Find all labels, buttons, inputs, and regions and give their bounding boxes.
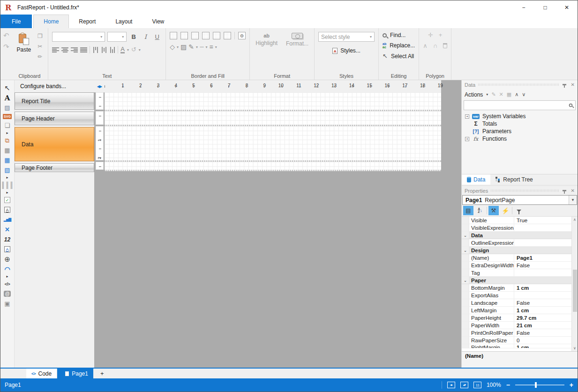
property-row[interactable]: ⌄ Visible True: [462, 217, 571, 224]
valign-top-icon[interactable]: [92, 47, 98, 53]
shape-more-icon[interactable]: ▸: [0, 130, 14, 136]
cut-icon[interactable]: ✂: [36, 42, 44, 51]
property-value[interactable]: False: [514, 263, 571, 268]
advanced-matrix-icon[interactable]: ▧: [0, 165, 14, 175]
property-row[interactable]: ⌄ Design: [462, 247, 571, 254]
property-row[interactable]: ⌄ Tag: [462, 269, 571, 277]
panel-drag-handle[interactable]: [478, 83, 559, 86]
ribbon-tab[interactable]: Layout: [105, 15, 142, 28]
polygon-add-point-icon[interactable]: +: [439, 32, 443, 38]
chevron-down-icon[interactable]: ▼: [569, 196, 577, 204]
align-center-icon[interactable]: [61, 47, 68, 53]
format-painter-icon[interactable]: ✏: [36, 53, 44, 61]
panel-drag-handle[interactable]: [491, 189, 559, 192]
highlight-button[interactable]: ab Highlight: [254, 32, 279, 47]
property-value[interactable]: Page1: [514, 255, 571, 261]
properties-view-button[interactable]: ⚒: [488, 206, 499, 215]
picture-object-icon[interactable]: ▨: [0, 103, 14, 113]
ribbon-tab[interactable]: Report: [69, 15, 105, 28]
select-all-button[interactable]: ↖ Select All: [383, 53, 415, 60]
property-value[interactable]: False: [514, 330, 571, 336]
expand-icon[interactable]: +: [465, 114, 469, 119]
property-grid-scrollbar[interactable]: ∧ ∨: [571, 217, 578, 351]
property-value[interactable]: 21 cm: [514, 323, 571, 328]
view-data-icon[interactable]: ▦: [507, 91, 511, 98]
tree-item[interactable]: + fx Functions: [462, 135, 578, 143]
property-value[interactable]: 1 cm: [514, 344, 571, 348]
chevron-down-icon[interactable]: ▾: [486, 92, 488, 97]
property-row[interactable]: ⌄ RightMargin 1 cm: [462, 344, 571, 348]
tree-item[interactable]: + var System Variables: [462, 113, 578, 120]
property-row[interactable]: ⌄ RawPaperSize 0: [462, 337, 571, 344]
search-input[interactable]: [466, 102, 569, 109]
property-row[interactable]: ⌄ (Name) Page1: [462, 254, 571, 262]
matrix-object-icon[interactable]: ▦: [0, 145, 14, 155]
property-value[interactable]: False: [514, 300, 571, 306]
ribbon-tab[interactable]: View: [142, 15, 174, 28]
property-value[interactable]: True: [514, 218, 571, 223]
replace-button[interactable]: abac Replace...: [383, 42, 415, 49]
select-tool-icon[interactable]: ↖: [0, 83, 14, 93]
valign-bottom-icon[interactable]: [109, 47, 115, 53]
border-right-icon[interactable]: [224, 32, 231, 39]
bold-button[interactable]: B: [129, 32, 138, 42]
valign-middle-icon[interactable]: [101, 47, 107, 53]
property-row[interactable]: ⌄ BottomMargin 1 cm: [462, 284, 571, 292]
report-title-band-canvas[interactable]: [105, 92, 441, 110]
zoom-in-button[interactable]: +: [570, 381, 573, 389]
map-object-icon[interactable]: ⊕: [0, 254, 14, 264]
expand-icon[interactable]: +: [465, 137, 469, 141]
align-justify-icon[interactable]: [80, 47, 87, 53]
new-data-source-icon[interactable]: ✎: [491, 91, 495, 98]
scrollbar-thumb[interactable]: [573, 270, 577, 312]
zoom-slider-thumb[interactable]: [535, 382, 537, 388]
page-header-band-canvas[interactable]: [105, 111, 441, 125]
maximize-button[interactable]: □: [534, 0, 556, 15]
property-row[interactable]: ⌄ Paper: [462, 277, 571, 284]
data-search-box[interactable]: [464, 100, 576, 110]
border-left-icon[interactable]: [191, 32, 199, 39]
border-all-icon[interactable]: [170, 32, 177, 39]
text-frame-icon[interactable]: A: [0, 244, 14, 254]
chevron-down-icon[interactable]: ▾: [215, 45, 217, 49]
property-row[interactable]: ⌄ PrintOnRollPaper False: [462, 329, 571, 337]
property-row[interactable]: ⌄ VisibleExpression: [462, 224, 571, 232]
copy-icon[interactable]: ❐: [36, 32, 44, 40]
close-button[interactable]: ✕: [556, 0, 578, 15]
property-row[interactable]: ⌄ ExtraDesignWidth False: [462, 262, 571, 269]
shape-object-icon[interactable]: ❏: [0, 121, 14, 130]
move-down-icon[interactable]: ∨: [522, 91, 525, 98]
html-object-icon[interactable]: </>: [0, 279, 14, 289]
border-bottom-icon[interactable]: [213, 32, 220, 39]
checkbox-object-icon[interactable]: ✓: [0, 195, 14, 205]
italic-button[interactable]: I: [141, 32, 150, 42]
text-rotation-icon[interactable]: ↺: [131, 46, 136, 53]
fit-page-button[interactable]: ▴▾: [460, 382, 468, 388]
subreport-object-icon[interactable]: ⧉: [0, 136, 14, 145]
fill-color-icon[interactable]: ◇: [170, 44, 175, 50]
barcode-object-icon[interactable]: ║║║: [0, 180, 14, 190]
polygon-bend-icon[interactable]: ∧: [423, 43, 428, 49]
property-value[interactable]: 1 cm: [514, 308, 571, 313]
delete-data-icon[interactable]: ✕: [499, 91, 503, 98]
property-row[interactable]: ⌄ PaperHeight 29.7 cm: [462, 314, 571, 322]
polygon-move-icon[interactable]: ✛: [428, 32, 433, 38]
band-item[interactable]: Data: [15, 127, 94, 161]
polygon-curve-icon[interactable]: ∩: [433, 43, 437, 49]
signature-object-icon[interactable]: @: [0, 289, 14, 299]
format-button[interactable]: Format...: [284, 32, 310, 48]
zoom-slider[interactable]: [515, 384, 564, 385]
ribbon-tab[interactable]: File: [0, 15, 32, 28]
gauge-more-icon[interactable]: ▸: [0, 274, 14, 279]
object-selector-combo[interactable]: Page1 ReportPage ▼: [462, 195, 577, 205]
property-value[interactable]: 1 cm: [514, 285, 571, 291]
richtext-object-icon[interactable]: A: [0, 205, 14, 215]
pin-icon[interactable]: [563, 190, 566, 191]
categorized-view-button[interactable]: ▤: [463, 206, 473, 215]
border-settings-icon[interactable]: ⚙: [238, 32, 246, 39]
style-select-combo[interactable]: Select style ▾: [318, 32, 375, 42]
zoom-out-button[interactable]: −: [506, 381, 510, 389]
undo-icon[interactable]: ↶: [3, 32, 9, 39]
close-icon[interactable]: ✕: [571, 188, 575, 193]
redo-icon[interactable]: ↷: [3, 43, 9, 51]
